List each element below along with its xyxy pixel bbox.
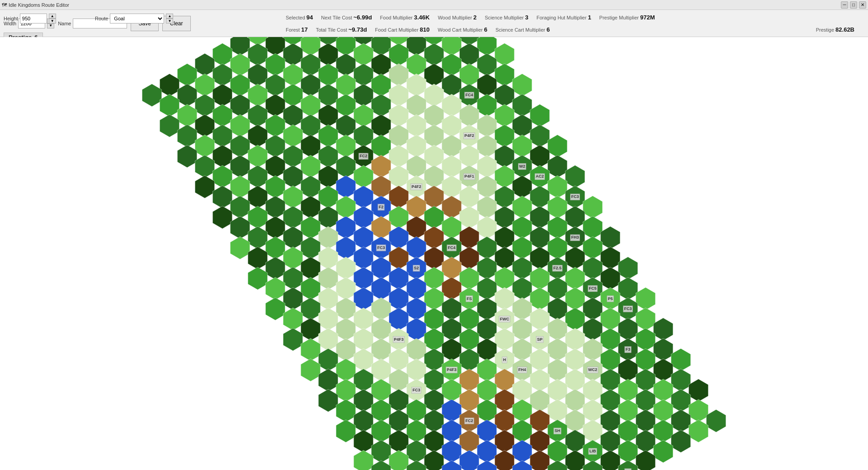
stat-selected: Selected 94 — [286, 14, 313, 21]
titlebar: 🗺 Idle Kingdoms Route Editor ─ □ ✕ — [0, 0, 868, 10]
route-spinner[interactable]: ▲ ▼ — [166, 14, 173, 24]
stat-wood-cart: Wood Cart Multiplier 6 — [438, 26, 487, 33]
stat-foraging-hut: Foraging Hut Multiplier 1 — [537, 14, 591, 21]
stat-science-cart: Science Cart Multiplier 6 — [495, 26, 550, 33]
stat-food-multiplier: Food Multiplier 3.46K — [380, 14, 430, 21]
app-title: Idle Kingdoms Route Editor — [9, 2, 69, 8]
route-down[interactable]: ▼ — [166, 19, 173, 24]
stat-prestige-value: Prestige 82.62B — [816, 26, 854, 33]
map-area[interactable] — [0, 37, 868, 470]
width-down[interactable]: ▼ — [47, 24, 54, 28]
stat-wood-multiplier: Wood Multiplier 2 — [438, 14, 476, 21]
height-label: Height — [4, 16, 18, 21]
name-label: Name — [58, 21, 71, 26]
route-label: Route — [95, 16, 108, 21]
height-group: Height ▲ ▼ — [4, 14, 56, 24]
titlebar-title: 🗺 Idle Kingdoms Route Editor — [2, 2, 69, 8]
stat-forest: Forest 17 — [286, 26, 308, 33]
restore-button[interactable]: □ — [850, 1, 857, 9]
route-group: Route Goal ▲ ▼ — [95, 14, 173, 24]
titlebar-controls[interactable]: ─ □ ✕ — [841, 1, 866, 9]
height-down[interactable]: ▼ — [49, 19, 56, 24]
minimize-button[interactable]: ─ — [841, 1, 848, 9]
stats-row: Selected 94 Next Tile Cost ~6.99d Food M… — [280, 10, 868, 37]
stat-prestige-multiplier: Prestige Multiplier 972M — [599, 14, 655, 21]
route-select[interactable]: Goal — [110, 14, 164, 24]
height-up[interactable]: ▲ — [49, 14, 56, 19]
app-icon: 🗺 — [2, 2, 7, 8]
stat-food-cart: Food Cart Multiplier 810 — [375, 26, 430, 33]
close-button[interactable]: ✕ — [859, 1, 866, 9]
height-input[interactable] — [20, 14, 47, 24]
route-up[interactable]: ▲ — [166, 14, 173, 19]
height-spinner[interactable]: ▲ ▼ — [49, 14, 56, 24]
stat-next-tile-cost: Next Tile Cost ~6.99d — [321, 14, 372, 21]
stat-science-multiplier: Science Multiplier 3 — [485, 14, 528, 21]
stat-total-tile-cost: Total Tile Cost ~9.73d — [316, 26, 367, 33]
hex-map-canvas[interactable] — [0, 37, 868, 470]
